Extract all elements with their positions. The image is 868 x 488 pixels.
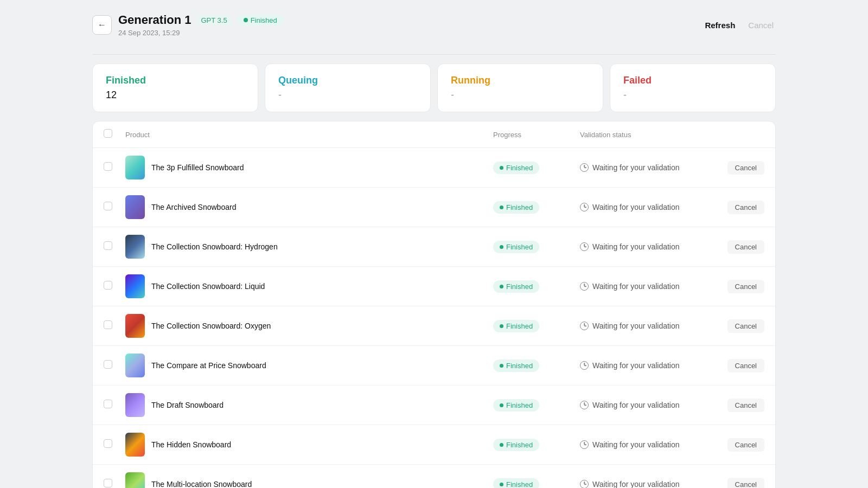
stat-label-failed: Failed — [623, 75, 762, 86]
product-thumbnail — [125, 314, 145, 338]
row-checkbox-1[interactable] — [104, 162, 112, 171]
validation-cell: Waiting for your validation — [580, 282, 699, 291]
validation-cell: Waiting for your validation — [580, 440, 699, 449]
table-row: The 3p Fulfilled Snowboard Finished Wait… — [93, 148, 775, 188]
cancel-row-button[interactable]: Cancel — [727, 240, 764, 254]
product-cell: The Collection Snowboard: Liquid — [125, 274, 493, 298]
row-checkbox-cell — [104, 162, 125, 173]
product-cell: The Multi-location Snowboard — [125, 472, 493, 488]
back-button[interactable]: ← — [92, 15, 112, 35]
validation-cell: Waiting for your validation — [580, 401, 699, 409]
validation-cell: Waiting for your validation — [580, 163, 699, 172]
product-name: The Collection Snowboard: Oxygen — [151, 322, 271, 330]
row-checkbox-6[interactable] — [104, 360, 112, 369]
stat-value-running: - — [451, 89, 590, 101]
row-checkbox-cell — [104, 400, 125, 410]
refresh-button[interactable]: Refresh — [703, 16, 737, 34]
page-container: ← Generation 1 GPT 3.5 Finished 24 Sep 2… — [0, 0, 868, 488]
progress-badge: Finished — [493, 162, 539, 174]
table-row: The Collection Snowboard: Liquid Finishe… — [93, 267, 775, 306]
stat-label-running: Running — [451, 75, 590, 86]
row-checkbox-cell — [104, 241, 125, 252]
product-cell: The 3p Fulfilled Snowboard — [125, 156, 493, 179]
actions-cell: Cancel — [699, 478, 764, 489]
row-checkbox-9[interactable] — [104, 479, 112, 487]
stats-row: Finished 12 Queuing - Running - Failed - — [92, 63, 776, 112]
row-checkbox-8[interactable] — [104, 439, 112, 448]
cancel-row-button[interactable]: Cancel — [727, 280, 764, 293]
cancel-row-button[interactable]: Cancel — [727, 438, 764, 452]
validation-cell: Waiting for your validation — [580, 242, 699, 251]
stat-card-queuing: Queuing - — [265, 63, 431, 112]
gpt-badge: GPT 3.5 — [196, 15, 231, 25]
col-product: Product — [125, 131, 493, 139]
validation-text: Waiting for your validation — [592, 440, 680, 449]
actions-cell: Cancel — [699, 240, 764, 254]
status-badge: Finished — [237, 15, 284, 26]
stat-card-failed: Failed - — [610, 63, 776, 112]
row-checkbox-cell — [104, 202, 125, 213]
row-checkbox-5[interactable] — [104, 320, 112, 329]
header-title-block: Generation 1 GPT 3.5 Finished 24 Sep 202… — [118, 13, 284, 37]
clock-icon — [580, 440, 589, 449]
progress-badge: Finished — [493, 280, 539, 293]
header-divider — [92, 54, 776, 55]
cancel-header-button[interactable]: Cancel — [746, 16, 776, 34]
select-all-checkbox[interactable] — [104, 129, 112, 138]
col-progress: Progress — [493, 131, 580, 139]
validation-text: Waiting for your validation — [592, 322, 680, 330]
product-name: The Compare at Price Snowboard — [151, 361, 266, 370]
stat-value-failed: - — [623, 89, 762, 101]
product-cell: The Hidden Snowboard — [125, 433, 493, 457]
product-cell: The Draft Snowboard — [125, 393, 493, 417]
stat-label-finished: Finished — [106, 75, 245, 86]
stat-card-finished: Finished 12 — [92, 63, 258, 112]
row-checkbox-7[interactable] — [104, 400, 112, 408]
progress-badge: Finished — [493, 201, 539, 214]
clock-icon — [580, 163, 589, 172]
cancel-row-button[interactable]: Cancel — [727, 319, 764, 333]
table-row: The Hidden Snowboard Finished Waiting fo… — [93, 425, 775, 465]
cancel-row-button[interactable]: Cancel — [727, 161, 764, 175]
table-header: Product Progress Validation status — [93, 121, 775, 148]
product-thumbnail — [125, 235, 145, 259]
product-thumbnail — [125, 354, 145, 377]
cancel-row-button[interactable]: Cancel — [727, 359, 764, 373]
progress-cell: Finished — [493, 201, 580, 214]
product-thumbnail — [125, 195, 145, 219]
actions-cell: Cancel — [699, 201, 764, 214]
stat-label-queuing: Queuing — [278, 75, 417, 86]
product-cell: The Compare at Price Snowboard — [125, 354, 493, 377]
table-row: The Collection Snowboard: Hydrogen Finis… — [93, 227, 775, 267]
stat-value-queuing: - — [278, 89, 417, 101]
cancel-row-button[interactable]: Cancel — [727, 399, 764, 412]
header-checkbox-cell — [104, 129, 125, 140]
cancel-row-button[interactable]: Cancel — [727, 478, 764, 489]
product-thumbnail — [125, 156, 145, 179]
row-checkbox-3[interactable] — [104, 241, 112, 250]
progress-badge: Finished — [493, 439, 539, 451]
actions-cell: Cancel — [699, 399, 764, 412]
progress-cell: Finished — [493, 439, 580, 451]
product-thumbnail — [125, 393, 145, 417]
header-left: ← Generation 1 GPT 3.5 Finished 24 Sep 2… — [92, 13, 284, 37]
clock-icon — [580, 401, 589, 409]
row-checkbox-2[interactable] — [104, 202, 112, 210]
product-table: Product Progress Validation status The 3… — [92, 121, 776, 488]
validation-text: Waiting for your validation — [592, 480, 680, 488]
table-row: The Multi-location Snowboard Finished Wa… — [93, 465, 775, 488]
validation-text: Waiting for your validation — [592, 163, 680, 172]
row-checkbox-cell — [104, 479, 125, 488]
clock-icon — [580, 322, 589, 330]
progress-cell: Finished — [493, 359, 580, 372]
clock-icon — [580, 282, 589, 291]
validation-cell: Waiting for your validation — [580, 322, 699, 330]
cancel-row-button[interactable]: Cancel — [727, 201, 764, 214]
actions-cell: Cancel — [699, 319, 764, 333]
actions-cell: Cancel — [699, 438, 764, 452]
header: ← Generation 1 GPT 3.5 Finished 24 Sep 2… — [92, 13, 776, 37]
progress-cell: Finished — [493, 399, 580, 412]
progress-badge: Finished — [493, 359, 539, 372]
row-checkbox-4[interactable] — [104, 281, 112, 290]
stat-card-running: Running - — [437, 63, 603, 112]
